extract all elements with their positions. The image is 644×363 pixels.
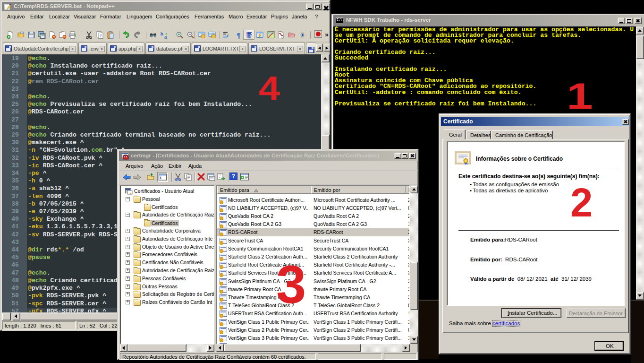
- svg-text:{}: {}: [281, 35, 284, 39]
- svg-text:b: b: [161, 32, 163, 36]
- svg-text:¶: ¶: [237, 32, 240, 39]
- svg-text:a: a: [164, 35, 167, 40]
